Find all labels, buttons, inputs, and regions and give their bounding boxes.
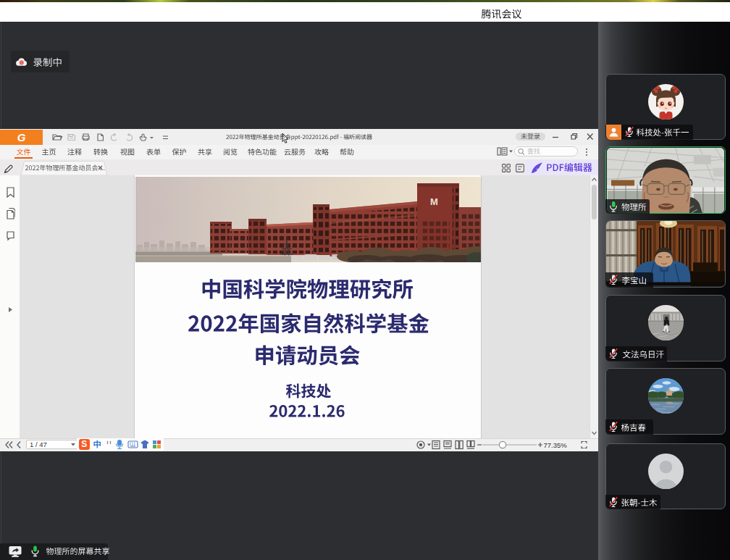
svg-text:M: M — [430, 196, 438, 207]
